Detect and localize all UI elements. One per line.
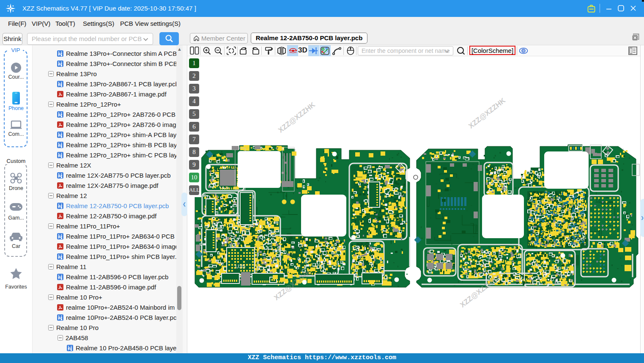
svg-text:XZZ@XZZHK: XZZ@XZZHK [277,100,317,134]
svg-text:XZZ@XZZHK: XZZ@XZZHK [467,96,507,130]
svg-text:U35: U35 [235,263,245,270]
